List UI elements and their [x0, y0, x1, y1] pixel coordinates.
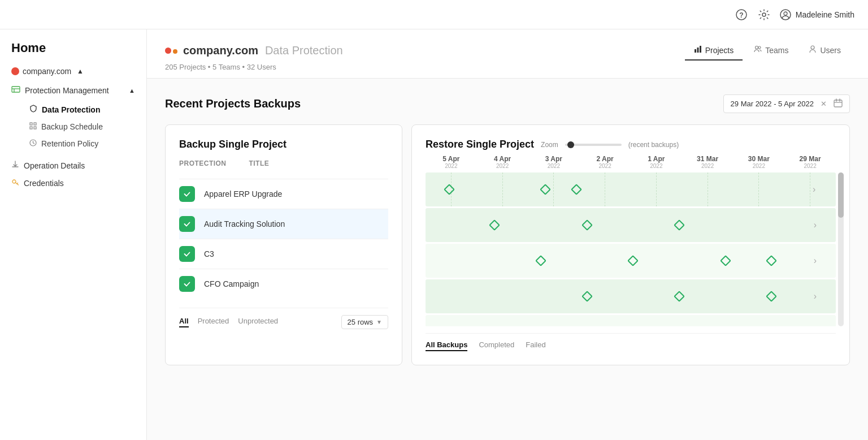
grid-icon: [29, 122, 37, 131]
right-arrow-icon[interactable]: ›: [814, 291, 817, 301]
svg-point-17: [756, 46, 758, 49]
user-menu[interactable]: Madeleine Smith: [780, 9, 854, 20]
svg-point-4: [784, 12, 787, 15]
diamond-icon[interactable]: [489, 219, 501, 231]
protection-check: [179, 216, 195, 232]
chevron-up-icon: ▲: [77, 67, 84, 75]
sidebar-children: Data Protection Backup Schedule: [0, 101, 146, 152]
help-icon[interactable]: ?: [735, 8, 748, 21]
sidebar-section-label: Protection Management: [25, 86, 109, 95]
restore-filter-all[interactable]: All Backups: [426, 340, 467, 351]
diamond-icon[interactable]: [766, 291, 777, 302]
right-arrow-icon[interactable]: ›: [813, 184, 815, 195]
sidebar-item-retention-policy[interactable]: Retention Policy: [9, 135, 146, 152]
right-arrow-icon[interactable]: ›: [814, 256, 817, 266]
content-area: Recent Projects Backups 29 Mar 2022 - 5 …: [147, 79, 868, 381]
restore-filter-failed[interactable]: Failed: [526, 340, 545, 351]
sidebar-section-protection[interactable]: Protection Management ▲: [0, 80, 146, 101]
chart-date-col: 30 Mar 2022: [742, 155, 776, 169]
date-range-picker[interactable]: 29 Mar 2022 - 5 Apr 2022 ✕: [723, 94, 850, 113]
retention-policy-label: Retention Policy: [41, 139, 98, 148]
calendar-icon[interactable]: [834, 98, 843, 109]
chart-area: ›: [426, 172, 836, 326]
tab-projects-label: Projects: [705, 46, 734, 55]
date-year: 2022: [445, 163, 457, 169]
diamond-icon[interactable]: [581, 219, 593, 231]
backup-table-header: Protection Title: [179, 159, 388, 172]
tab-users[interactable]: Users: [800, 41, 850, 61]
restore-filter-completed[interactable]: Completed: [479, 340, 514, 351]
person-icon: [809, 45, 817, 55]
settings-icon[interactable]: [757, 8, 771, 21]
svg-point-18: [758, 46, 761, 49]
col-protection: Protection: [179, 159, 226, 167]
tab-teams[interactable]: Teams: [745, 41, 797, 61]
operation-details-label: Operation Details: [24, 161, 85, 170]
diamond-icon[interactable]: [674, 219, 685, 231]
chart-scrollbar[interactable]: [838, 172, 844, 326]
filter-unprotected[interactable]: Unprotected: [238, 317, 278, 327]
filter-protected[interactable]: Protected: [198, 317, 229, 327]
date-year: 2022: [753, 163, 765, 169]
zoom-label: Zoom: [541, 141, 558, 149]
layout: Home company.com ▲ Protection Management…: [0, 29, 868, 440]
sidebar-item-operation-details[interactable]: Operation Details: [0, 157, 146, 174]
zoom-thumb[interactable]: [567, 141, 574, 148]
date-year: 2022: [599, 163, 611, 169]
people-icon: [754, 45, 762, 55]
zoom-slider[interactable]: [565, 144, 622, 146]
logo-dot-orange: [173, 49, 177, 54]
chart-date-col: 2 Apr 2022: [588, 155, 622, 169]
svg-rect-5: [12, 87, 20, 92]
credentials-label: Credentials: [24, 179, 64, 188]
diamond-icon[interactable]: [766, 255, 777, 266]
date-day: 1 Apr: [648, 155, 665, 163]
sidebar-company[interactable]: company.com ▲: [0, 64, 146, 80]
svg-rect-11: [34, 127, 36, 129]
chevron-up-icon2: ▲: [129, 87, 135, 94]
svg-point-19: [811, 46, 814, 49]
diamond-icon[interactable]: [674, 291, 685, 302]
chart-scrollbar-thumb[interactable]: [838, 172, 844, 218]
clock-icon: [29, 139, 37, 148]
backup-row-title: Audit Tracking Solution: [204, 219, 285, 228]
sidebar-item-data-protection[interactable]: Data Protection: [9, 101, 146, 118]
right-arrow-icon[interactable]: ›: [814, 220, 817, 230]
backup-row-title: C3: [204, 249, 214, 258]
chart-row-4: ›: [426, 279, 836, 313]
company-logo: [165, 48, 177, 54]
data-protection-label: Data Protection: [42, 105, 100, 114]
tab-projects[interactable]: Projects: [685, 41, 743, 61]
diamond-icon[interactable]: [720, 255, 731, 266]
backup-schedule-label: Backup Schedule: [41, 122, 103, 131]
diamond-icon[interactable]: [535, 255, 546, 266]
filter-all[interactable]: All: [179, 317, 189, 327]
diamond-icon[interactable]: [444, 184, 455, 195]
page-subtitle: 205 Projects • 5 Teams • 32 Users: [165, 63, 850, 78]
chart-date-col: 1 Apr 2022: [639, 155, 673, 169]
diamond-icon[interactable]: [581, 291, 593, 302]
col-title: Title: [249, 159, 269, 167]
chart-icon: [694, 45, 702, 55]
sidebar: Home company.com ▲ Protection Management…: [0, 29, 147, 440]
zoom-track: [565, 144, 622, 146]
table-row: Audit Tracking Solution: [179, 209, 388, 239]
date-day: 29 Mar: [800, 155, 821, 163]
date-year: 2022: [804, 163, 817, 169]
page-title-area: company.com Data Protection: [165, 44, 343, 57]
chart-date-col: 4 Apr 2022: [485, 155, 519, 169]
diamond-icon[interactable]: [627, 255, 639, 266]
diamond-icon[interactable]: [540, 184, 551, 195]
close-icon[interactable]: ✕: [821, 100, 827, 108]
tab-teams-label: Teams: [765, 46, 788, 55]
chart-row-3: ›: [426, 244, 836, 278]
rows-select[interactable]: 25 rows ▼: [341, 315, 388, 329]
svg-point-2: [762, 13, 766, 16]
protection-check: [179, 246, 195, 262]
table-row: C3: [179, 239, 388, 269]
sidebar-item-backup-schedule[interactable]: Backup Schedule: [9, 118, 146, 135]
sidebar-item-credentials[interactable]: Credentials: [0, 174, 146, 192]
svg-rect-20: [834, 100, 842, 107]
restore-card-title: Restore Single Project: [426, 139, 534, 150]
diamond-icon[interactable]: [571, 184, 582, 195]
